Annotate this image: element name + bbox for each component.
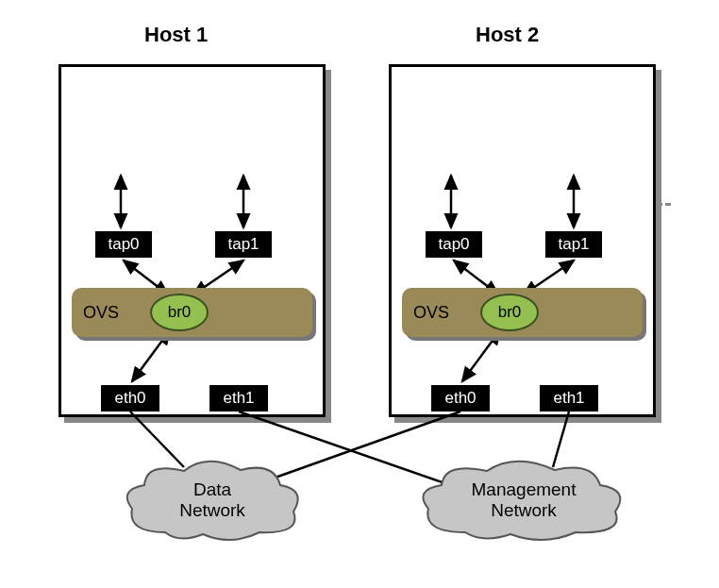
- host1-eth0-label: eth0: [114, 389, 145, 408]
- host2-eth1: eth1: [540, 385, 598, 412]
- host-title-2: Host 2: [476, 23, 539, 47]
- host1-eth1-label: eth1: [223, 389, 254, 408]
- host2-eth0: eth0: [431, 385, 490, 412]
- host2-eth0-label: eth0: [444, 389, 476, 408]
- data-network-label-line1: Data: [193, 479, 231, 499]
- data-network-label: Data Network: [170, 479, 255, 521]
- host1-tap0: tap0: [95, 231, 152, 258]
- host2-br0-label: br0: [498, 303, 522, 322]
- host2-tap0-label: tap0: [438, 235, 469, 254]
- host1-ovs-label: OVS: [83, 303, 119, 323]
- host1-br0-label: br0: [168, 303, 192, 322]
- host1-br0: br0: [150, 294, 209, 331]
- host1-eth1: eth1: [209, 385, 268, 412]
- mgmt-network-label: Management Network: [453, 479, 594, 521]
- host1-tap1: tap1: [215, 231, 272, 258]
- host2-br0: br0: [480, 294, 539, 331]
- host2-ovs-label: OVS: [413, 303, 449, 323]
- data-network-label-line2: Network: [179, 500, 245, 520]
- host2-tap1: tap1: [545, 231, 602, 258]
- host2-tap1-label: tap1: [558, 235, 589, 254]
- mgmt-network-label-line1: Management: [472, 479, 577, 499]
- host2-eth1-label: eth1: [553, 389, 584, 408]
- host1-tap0-label: tap0: [108, 235, 139, 254]
- host2-tap0: tap0: [426, 231, 482, 258]
- host-title-1: Host 1: [144, 23, 208, 47]
- host1-tap1-label: tap1: [227, 235, 259, 254]
- mgmt-network-label-line2: Network: [491, 500, 557, 520]
- host1-eth0: eth0: [101, 385, 159, 412]
